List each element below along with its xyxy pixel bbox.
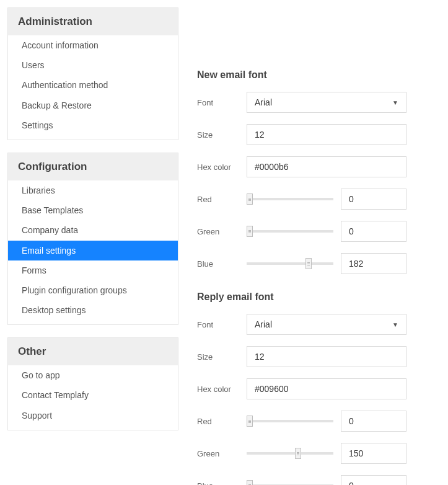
section-title-new: New email font	[197, 69, 441, 81]
nav-group-header: Administration	[8, 8, 178, 35]
main-content: New email font Font Arial ▼ Size 12 Hex …	[197, 7, 441, 485]
red-slider-new[interactable]	[247, 193, 333, 205]
sidebar-item[interactable]: Libraries	[8, 180, 178, 200]
label-blue: Blue	[197, 259, 239, 269]
sidebar-item[interactable]: Account information	[8, 35, 178, 55]
red-input-new[interactable]: 0	[341, 189, 406, 210]
nav-group: ConfigurationLibrariesBase TemplatesComp…	[7, 153, 178, 325]
green-slider-new[interactable]	[247, 225, 333, 238]
label-hexcolor: Hex color	[197, 385, 239, 394]
green-input-new[interactable]: 0	[341, 221, 406, 242]
sidebar-item[interactable]: Plugin configuration groups	[8, 280, 178, 300]
sidebar-item[interactable]: Company data	[8, 220, 178, 240]
sidebar: AdministrationAccount informationUsersAu…	[7, 7, 178, 485]
label-size: Size	[197, 352, 239, 362]
font-select-new[interactable]: Arial ▼	[247, 92, 406, 113]
nav-group: OtherGo to appContact TemplafySupport	[7, 337, 178, 430]
label-size: Size	[197, 130, 239, 140]
sidebar-item[interactable]: Authentication method	[8, 75, 178, 95]
sidebar-item[interactable]: Settings	[8, 115, 178, 140]
blue-slider-new[interactable]	[247, 257, 333, 270]
label-font: Font	[197, 320, 239, 329]
size-input-new[interactable]: 12	[247, 124, 406, 145]
blue-input-new[interactable]: 182	[341, 253, 406, 274]
label-red: Red	[197, 417, 239, 426]
font-select-reply[interactable]: Arial ▼	[247, 314, 406, 335]
sidebar-item[interactable]: Desktop settings	[8, 300, 178, 324]
label-hexcolor: Hex color	[197, 162, 239, 172]
green-slider-reply[interactable]	[247, 447, 333, 460]
hex-input-new[interactable]: #0000b6	[247, 156, 406, 177]
label-green: Green	[197, 449, 239, 458]
chevron-down-icon: ▼	[392, 99, 398, 106]
section-title-reply: Reply email font	[197, 291, 441, 303]
sidebar-item[interactable]: Support	[8, 406, 178, 430]
sidebar-item[interactable]: Email settings	[8, 241, 178, 260]
red-input-reply[interactable]: 0	[341, 411, 406, 432]
sidebar-item[interactable]: Forms	[8, 260, 178, 280]
font-select-reply-value: Arial	[255, 319, 272, 329]
font-select-new-value: Arial	[255, 97, 272, 107]
sidebar-item[interactable]: Go to app	[8, 365, 178, 385]
label-green: Green	[197, 227, 239, 236]
blue-input-reply[interactable]: 0	[341, 475, 406, 485]
size-input-reply[interactable]: 12	[247, 346, 406, 367]
label-font: Font	[197, 98, 239, 107]
nav-group: AdministrationAccount informationUsersAu…	[7, 7, 178, 140]
sidebar-item[interactable]: Contact Templafy	[8, 385, 178, 405]
section-new-email-font: New email font Font Arial ▼ Size 12 Hex …	[197, 69, 441, 274]
red-slider-reply[interactable]	[247, 415, 333, 427]
sidebar-item[interactable]: Users	[8, 55, 178, 75]
sidebar-item[interactable]: Backup & Restore	[8, 96, 178, 115]
label-blue: Blue	[197, 481, 239, 486]
label-red: Red	[197, 195, 239, 204]
blue-slider-reply[interactable]	[247, 479, 333, 485]
sidebar-item[interactable]: Base Templates	[8, 200, 178, 220]
nav-group-header: Configuration	[8, 153, 178, 180]
section-reply-email-font: Reply email font Font Arial ▼ Size 12 He…	[197, 291, 441, 485]
hex-input-reply[interactable]: #009600	[247, 378, 406, 399]
chevron-down-icon: ▼	[392, 321, 398, 328]
nav-group-header: Other	[8, 338, 178, 365]
green-input-reply[interactable]: 150	[341, 443, 406, 464]
